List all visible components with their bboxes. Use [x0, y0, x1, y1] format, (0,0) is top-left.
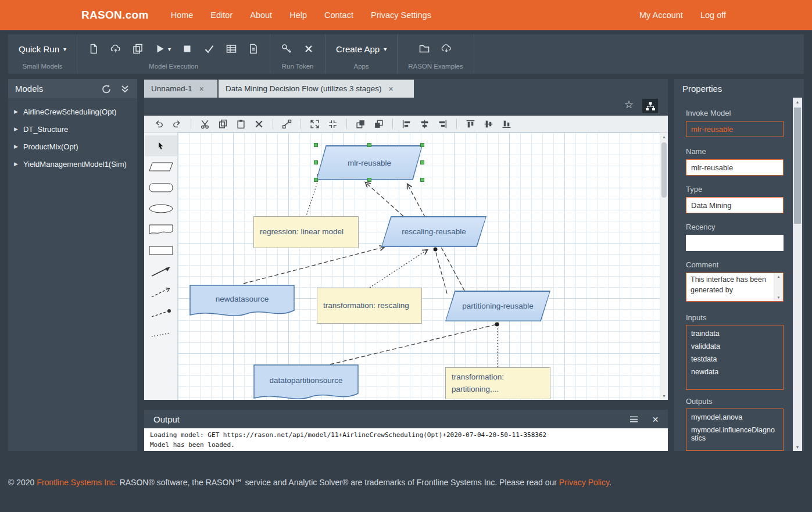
inputs-item-newdata[interactable]: newdata — [686, 366, 783, 378]
collapse-icon[interactable] — [328, 119, 338, 129]
nav-contact[interactable]: Contact — [324, 10, 353, 20]
footer-privacy-link[interactable]: Privacy Policy — [559, 478, 609, 487]
cloud-examples-icon[interactable] — [441, 43, 452, 55]
connector-solid-tool[interactable] — [145, 261, 177, 282]
nav-log-off[interactable]: Log off — [700, 10, 726, 20]
folder-open-icon[interactable] — [418, 43, 430, 55]
tree-expand-icon[interactable]: ▶ — [14, 126, 18, 132]
redo-icon[interactable] — [172, 119, 182, 129]
nav-editor[interactable]: Editor — [210, 10, 232, 20]
comment-field[interactable]: This interface has been generated by ▲ ▼ — [686, 273, 784, 302]
recency-field[interactable] — [686, 235, 784, 251]
tree-expand-icon[interactable]: ▶ — [14, 109, 18, 114]
align-center-icon[interactable] — [420, 119, 430, 129]
copy-icon[interactable] — [218, 119, 228, 129]
comment-scrollbar[interactable]: ▲ ▼ — [774, 273, 783, 301]
undo-icon[interactable] — [154, 119, 164, 129]
shape-data-tool[interactable] — [145, 219, 177, 240]
key-icon[interactable] — [281, 43, 292, 55]
align-left-icon[interactable] — [402, 119, 412, 129]
align-top-icon[interactable] — [466, 119, 475, 129]
collapse-all-icon[interactable] — [120, 84, 130, 94]
inputs-item-traindata[interactable]: traindata — [686, 327, 783, 340]
name-field[interactable] — [686, 159, 784, 176]
close-tab-icon[interactable]: × — [199, 84, 204, 94]
nav-about[interactable]: About — [250, 10, 272, 20]
node-rescaling-reusable[interactable]: rescaling-reusable — [381, 216, 487, 247]
selection-handle[interactable] — [420, 160, 424, 164]
canvas-scrollbar[interactable]: ▲ ▼ — [660, 133, 668, 400]
shape-rect-tool[interactable] — [145, 240, 177, 261]
output-menu-icon[interactable] — [629, 416, 638, 423]
scroll-down-icon[interactable]: ▼ — [774, 294, 783, 301]
align-bottom-icon[interactable] — [502, 119, 511, 129]
tab-data-mining-decision-flow[interactable]: Data Mining Decision Flow (utilizes 3 st… — [219, 80, 414, 98]
scroll-up-icon[interactable]: ▲ — [774, 273, 783, 280]
tree-expand-icon[interactable]: ▶ — [14, 161, 18, 167]
flow-view-button[interactable] — [642, 99, 658, 113]
node-transformation-partitioning[interactable]: transformation: partitioning,... — [445, 367, 550, 399]
clear-token-icon[interactable] — [303, 43, 314, 55]
model-item-productmix[interactable]: ▶ProductMix(Opt) — [8, 138, 137, 155]
send-back-icon[interactable] — [374, 119, 384, 129]
file-text-icon[interactable] — [248, 43, 259, 55]
node-mlr-reusable[interactable]: mlr-reusable — [316, 145, 423, 180]
connector-dotted-tool[interactable] — [145, 324, 177, 345]
connector-route-icon[interactable] — [282, 119, 292, 129]
cloud-upload-icon[interactable] — [110, 43, 121, 55]
connector-dot-tool[interactable] — [145, 303, 177, 324]
scroll-down-icon[interactable]: ▼ — [793, 443, 802, 451]
shape-ellipse-tool[interactable] — [145, 198, 177, 219]
invoke-model-field[interactable]: mlr-reusable — [686, 121, 784, 137]
brand-logo[interactable]: RASON.com — [81, 9, 149, 22]
shape-parallelogram-tool[interactable] — [145, 156, 177, 177]
results-table-icon[interactable] — [226, 43, 237, 55]
diagram-canvas[interactable]: mlr-reusable regression: linear model re… — [178, 133, 660, 400]
scrollbar-thumb[interactable] — [794, 108, 801, 224]
refresh-icon[interactable] — [101, 84, 112, 94]
star-icon[interactable]: ☆ — [624, 99, 634, 110]
inputs-item-validdata[interactable]: validdata — [686, 340, 783, 353]
paste-icon[interactable] — [236, 119, 246, 129]
model-item-airlinecrewscheduling[interactable]: ▶AirlineCrewScheduling(Opt) — [8, 103, 137, 120]
align-right-icon[interactable] — [438, 119, 448, 129]
properties-scrollbar[interactable]: ▲ ▼ — [793, 98, 802, 451]
shape-rounded-rect-tool[interactable] — [145, 177, 177, 198]
node-newdatasource[interactable]: newdatasource — [189, 285, 295, 321]
cut-icon[interactable] — [200, 119, 210, 129]
quick-run-button[interactable]: Quick Run ▾ — [19, 44, 66, 54]
nav-help[interactable]: Help — [289, 10, 307, 20]
delete-icon[interactable] — [254, 119, 264, 129]
selection-handle[interactable] — [420, 143, 424, 147]
node-regression-linear-model[interactable]: regression: linear model — [253, 216, 359, 248]
selection-handle[interactable] — [367, 178, 371, 182]
selection-handle[interactable] — [314, 160, 318, 164]
stop-icon[interactable] — [181, 43, 193, 55]
selection-handle[interactable] — [367, 143, 371, 147]
node-partitioning-reusable[interactable]: partitioning-reusable — [445, 291, 550, 321]
nav-home[interactable]: Home — [171, 10, 194, 20]
close-tab-icon[interactable]: × — [389, 84, 394, 94]
check-icon[interactable] — [203, 43, 215, 55]
pointer-tool[interactable] — [145, 135, 177, 156]
model-item-yieldmanagement[interactable]: ▶YieldManagementModel1(Sim) — [8, 155, 137, 173]
create-app-button[interactable]: Create App ▾ — [336, 44, 387, 54]
scroll-down-icon[interactable]: ▼ — [660, 392, 668, 400]
new-file-icon[interactable] — [88, 43, 99, 55]
connector-dashed-tool[interactable] — [145, 282, 177, 303]
nav-my-account[interactable]: My Account — [639, 10, 683, 20]
output-close-icon[interactable]: × — [652, 414, 659, 425]
scroll-up-icon[interactable]: ▲ — [793, 98, 802, 106]
type-field[interactable] — [686, 197, 784, 213]
scroll-up-icon[interactable]: ▲ — [660, 133, 668, 141]
node-datatopartitionsource[interactable]: datatopartitionsource — [253, 364, 359, 400]
model-item-dt-structure[interactable]: ▶DT_Structure — [8, 120, 137, 138]
run-options-caret-icon[interactable]: ▾ — [168, 46, 171, 52]
node-transformation-rescaling[interactable]: transformation: rescaling — [317, 288, 422, 324]
tree-expand-icon[interactable]: ▶ — [14, 144, 18, 149]
run-icon[interactable] — [154, 43, 166, 55]
nav-privacy-settings[interactable]: Privacy Settings — [371, 10, 431, 20]
bring-front-icon[interactable] — [356, 119, 366, 129]
selection-handle[interactable] — [314, 178, 318, 182]
outputs-item-influence-diagnostics[interactable]: mymodel.influenceDiagnostics — [686, 424, 783, 445]
